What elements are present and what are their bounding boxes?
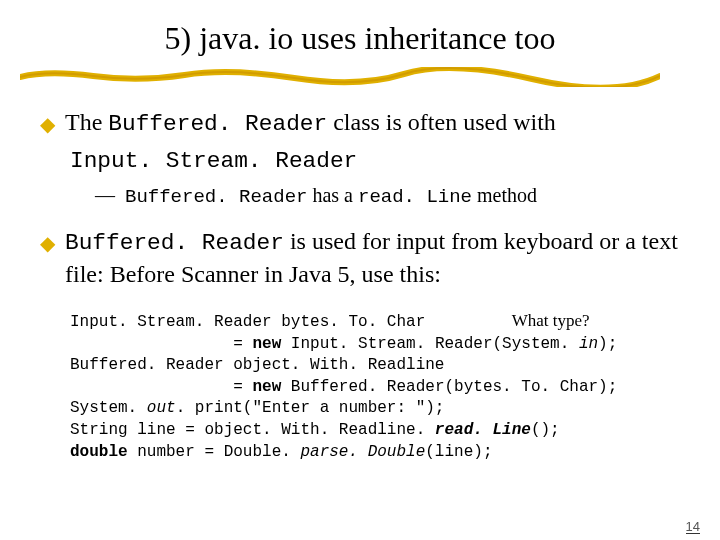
slide: 5) java. io uses inheritance too ◆ The B… — [0, 0, 720, 463]
code-line: (line); — [425, 443, 492, 461]
dash-icon: — — [95, 184, 115, 207]
page-number-text: 14 — [686, 519, 700, 534]
code-line: ); — [598, 335, 617, 353]
slide-title: 5) java. io uses inheritance too — [40, 20, 680, 57]
text-frag: has a — [307, 184, 358, 206]
code-line: System. — [70, 399, 147, 417]
code-line: Input. Stream. Reader(System. — [281, 335, 579, 353]
italic: in — [579, 335, 598, 353]
text-frag: method — [472, 184, 537, 206]
italic: out — [147, 399, 176, 417]
code-frag: Buffered. Reader — [125, 186, 307, 208]
code-line: (); — [531, 421, 560, 439]
code-line: = — [70, 335, 252, 353]
bullet-2-text: Buffered. Reader is used for input from … — [65, 226, 680, 290]
keyword: new — [252, 335, 281, 353]
diamond-icon: ◆ — [40, 111, 55, 137]
code-line: String line = object. With. Readline. — [70, 421, 435, 439]
code-line: Buffered. Reader(bytes. To. Char); — [281, 378, 617, 396]
bullet-1-sub: — Buffered. Reader has a read. Line meth… — [95, 184, 680, 208]
code-line: = — [70, 378, 252, 396]
text-frag: The — [65, 109, 108, 135]
bullet-1-line2: Input. Stream. Reader — [70, 144, 680, 177]
code-block: Input. Stream. Reader bytes. To. Char Wh… — [70, 310, 680, 463]
code-frag: Input. Stream. Reader — [70, 148, 357, 174]
keyword: double — [70, 443, 128, 461]
bullet-2: ◆ Buffered. Reader is used for input fro… — [40, 226, 680, 290]
text-frag: class is often used with — [327, 109, 556, 135]
italic: parse. Double — [300, 443, 425, 461]
code-frag: Buffered. Reader — [65, 230, 284, 256]
bullet-1: ◆ The Buffered. Reader class is often us… — [40, 107, 680, 140]
bullet-1-sub-text: Buffered. Reader has a read. Line method — [125, 184, 537, 208]
diamond-icon: ◆ — [40, 230, 55, 256]
keyword: read. Line — [435, 421, 531, 439]
bullet-1-text: The Buffered. Reader class is often used… — [65, 107, 680, 140]
annotation: What type? — [512, 311, 590, 330]
code-line: . print("Enter a number: "); — [176, 399, 445, 417]
title-underline — [40, 67, 680, 87]
code-line: number = Double. — [128, 443, 301, 461]
keyword: new — [252, 378, 281, 396]
code-line: Buffered. Reader object. With. Readline — [70, 356, 444, 374]
code-frag: read. Line — [358, 186, 472, 208]
code-line: Input. Stream. Reader bytes. To. Char — [70, 313, 425, 331]
page-number: 14 — [686, 519, 700, 534]
code-frag: Buffered. Reader — [108, 111, 327, 137]
